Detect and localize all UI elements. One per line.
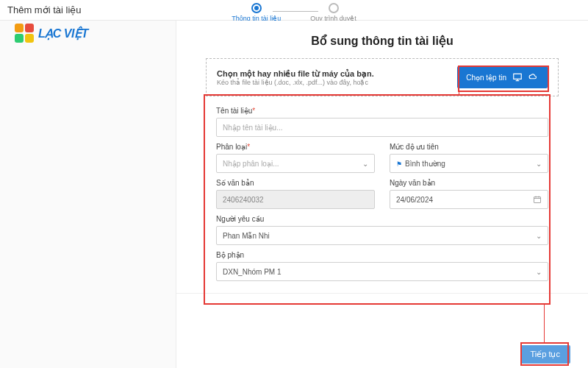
department-label: Bộ phận [216,251,548,259]
section-heading: Bổ sung thông tin tài liệu [206,34,559,48]
docname-text[interactable] [223,124,542,132]
logo-text: Lạc Việt [38,26,88,40]
svg-rect-0 [534,197,541,203]
requester-label: Người yêu cầu [216,215,548,223]
choose-file-label: Chọn tệp tin [466,74,506,82]
department-value: DXN_Nhóm PM 1 [223,268,281,276]
priority-select[interactable]: ⚑Bình thường ⌄ [390,154,548,173]
flag-icon: ⚑ [396,160,402,168]
category-select[interactable]: ⌄ [216,154,375,173]
docdate-value: 24/06/2024 [396,196,433,204]
upload-dropzone[interactable]: Chọn một hay nhiều file từ máy của bạn. … [206,58,559,96]
stepper: Thông tin tài liệu Quy trình duyệt [0,3,588,22]
left-sidebar [0,21,176,368]
docno-field: 2406240032 [216,190,375,209]
priority-value: Bình thường [405,160,445,168]
docno-label: Số văn bản [216,179,375,187]
category-text[interactable] [223,160,362,168]
main-panel: Bổ sung thông tin tài liệu Chọn một hay … [176,21,588,368]
chevron-down-icon: ⌄ [536,268,542,276]
priority-label: Mức độ ưu tiên [390,143,548,151]
docdate-picker[interactable]: 24/06/2024 [390,190,548,209]
docno-value: 2406240032 [223,196,264,204]
monitor-icon [512,72,523,82]
form-container: Tên tài liệu* Phân loại* ⌄ Mức độ ưu tiê… [206,99,559,291]
cloud-icon [528,72,539,82]
logo-icon [15,24,34,43]
step-circle-icon [329,3,339,13]
upload-title: Chọn một hay nhiều file từ máy của bạn. [217,69,374,79]
brand-logo: Lạc Việt [15,24,88,43]
department-select[interactable]: DXN_Nhóm PM 1 ⌄ [216,262,548,281]
upload-subtitle: Kéo thả file tài liệu (.doc, .xlx, .pdf.… [217,79,374,86]
category-label: Phân loại* [216,143,375,151]
docdate-label: Ngày văn bản [390,179,548,187]
requester-select[interactable]: Phan Mẫn Nhi ⌄ [216,226,548,245]
docname-label: Tên tài liệu* [216,107,548,115]
chevron-down-icon: ⌄ [536,160,542,168]
divider [176,293,588,294]
chevron-down-icon: ⌄ [362,160,368,168]
requester-value: Phan Mẫn Nhi [223,232,270,240]
calendar-icon [533,195,542,204]
chevron-down-icon: ⌄ [536,232,542,240]
docname-input[interactable] [216,118,548,137]
step-circle-icon [251,3,262,13]
step-info[interactable]: Thông tin tài liệu [232,3,281,22]
continue-button[interactable]: Tiếp tục [520,345,571,364]
choose-file-button[interactable]: Chọn tệp tin [457,66,548,88]
step-workflow[interactable]: Quy trình duyệt [310,3,356,22]
